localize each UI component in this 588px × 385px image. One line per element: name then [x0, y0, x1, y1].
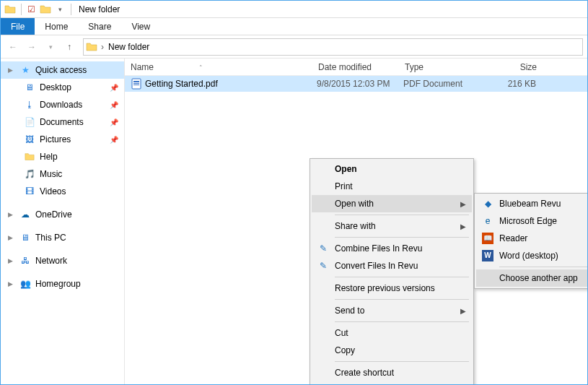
sidebar-item-quick-access[interactable]: ▶ ★ Quick access	[1, 61, 124, 79]
svg-rect-2	[133, 83, 139, 84]
homegroup-icon: 👥	[19, 278, 31, 290]
ribbon: File Home Share View	[1, 18, 587, 35]
music-icon: 🎵	[24, 168, 35, 180]
pictures-icon: 🖼	[24, 134, 35, 145]
titlebar: ☑ ▾ New folder	[1, 1, 587, 18]
file-date: 9/8/2015 12:03 PM	[311, 79, 398, 89]
menu-print[interactable]: Print	[312, 178, 472, 195]
folder-icon	[85, 40, 98, 53]
cloud-icon: ☁	[19, 209, 31, 220]
pc-icon: 🖥	[19, 232, 31, 243]
sidebar-item-label: Videos	[40, 186, 66, 196]
tab-view[interactable]: View	[121, 18, 160, 35]
forward-button[interactable]: →	[24, 39, 40, 55]
menu-open-with[interactable]: Open with▶	[312, 195, 472, 212]
sidebar-item-pictures[interactable]: 🖼 Pictures 📌	[1, 131, 124, 148]
separator	[335, 237, 469, 238]
reader-icon: 📖	[482, 233, 493, 244]
star-icon: ★	[19, 64, 31, 76]
menu-send-to[interactable]: Send to▶	[312, 302, 472, 319]
chevron-right-icon[interactable]: ›	[100, 42, 105, 52]
check-icon[interactable]: ☑	[25, 3, 38, 16]
openwith-reader[interactable]: 📖 Reader	[476, 230, 588, 247]
pin-icon: 📌	[110, 101, 118, 109]
column-date[interactable]: Date modified	[312, 62, 399, 72]
desktop-icon: 🖥	[24, 82, 35, 93]
address-bar[interactable]: › New folder	[83, 38, 583, 56]
pin-icon: 📌	[110, 118, 118, 126]
openwith-word[interactable]: W Word (desktop)	[476, 247, 588, 264]
folder-small-icon[interactable]	[39, 3, 52, 16]
chevron-right-icon: ▶	[460, 200, 466, 208]
sidebar-item-label: Help	[40, 152, 58, 162]
menu-open[interactable]: Open	[312, 160, 472, 178]
menu-share-with[interactable]: Share with▶	[312, 217, 472, 235]
up-button[interactable]: ↑	[61, 39, 77, 55]
videos-icon: 🎞	[24, 186, 35, 197]
menu-cut[interactable]: Cut	[312, 324, 472, 342]
chevron-right-icon: ▶	[8, 257, 15, 264]
sidebar-item-label: OneDrive	[35, 209, 72, 220]
chevron-right-icon: ▶	[460, 222, 466, 230]
file-row[interactable]: Getting Started.pdf 9/8/2015 12:03 PM PD…	[125, 76, 587, 92]
file-list: Name ˄ Date modified Type Size Getting S…	[125, 59, 587, 384]
sidebar-item-label: Quick access	[35, 65, 87, 75]
recent-dropdown-icon[interactable]: ▾	[43, 39, 58, 55]
navbar: ← → ▾ ↑ › New folder	[1, 35, 587, 59]
breadcrumb-folder[interactable]: New folder	[105, 42, 152, 52]
chevron-right-icon: ▶	[8, 280, 15, 287]
chevron-right-icon: ▶	[8, 66, 15, 74]
menu-combine-revu[interactable]: ✎ Combine Files In Revu	[312, 240, 472, 257]
separator	[499, 267, 588, 267]
openwith-bluebeam[interactable]: ◆ Bluebeam Revu	[476, 195, 588, 212]
chevron-right-icon: ▶	[8, 211, 15, 218]
sidebar-item-onedrive[interactable]: ▶ ☁ OneDrive	[1, 206, 124, 223]
separator	[335, 321, 469, 322]
chevron-down-icon[interactable]: ▾	[53, 3, 66, 16]
sidebar-item-desktop[interactable]: 🖥 Desktop 📌	[1, 79, 124, 96]
column-headers: Name ˄ Date modified Type Size	[125, 59, 587, 76]
menu-copy[interactable]: Copy	[312, 342, 472, 359]
sidebar-item-videos[interactable]: 🎞 Videos	[1, 183, 124, 200]
window-title: New folder	[79, 4, 120, 14]
sidebar-item-label: Music	[40, 169, 62, 179]
menu-shortcut[interactable]: Create shortcut	[312, 364, 472, 381]
folder-icon	[4, 3, 17, 16]
sidebar-item-label: Desktop	[40, 82, 71, 92]
menu-delete[interactable]: Delete	[312, 381, 472, 385]
network-icon: 🖧	[19, 255, 31, 267]
sidebar-item-documents[interactable]: 📄 Documents 📌	[1, 113, 124, 131]
word-icon: W	[482, 250, 493, 261]
back-button[interactable]: ←	[5, 39, 21, 55]
file-type: PDF Document	[398, 79, 491, 89]
svg-rect-1	[133, 81, 139, 82]
tab-file[interactable]: File	[1, 18, 35, 35]
documents-icon: 📄	[24, 116, 35, 128]
tab-share[interactable]: Share	[78, 18, 121, 35]
separator	[335, 361, 469, 362]
column-type[interactable]: Type	[399, 62, 493, 72]
pin-icon: 📌	[110, 136, 118, 144]
folder-icon	[24, 151, 35, 163]
column-name[interactable]: Name ˄	[125, 62, 312, 72]
sidebar-item-help[interactable]: Help	[1, 148, 124, 165]
menu-restore[interactable]: Restore previous versions	[312, 280, 472, 297]
openwith-choose[interactable]: Choose another app	[476, 269, 588, 287]
sidebar-item-label: Network	[35, 256, 67, 266]
separator	[71, 4, 71, 15]
download-icon: ⭳	[24, 99, 35, 111]
column-size[interactable]: Size	[493, 62, 543, 72]
sidebar-item-homegroup[interactable]: ▶ 👥 Homegroup	[1, 275, 124, 293]
sidebar-item-this-pc[interactable]: ▶ 🖥 This PC	[1, 229, 124, 246]
sidebar-item-downloads[interactable]: ⭳ Downloads 📌	[1, 96, 124, 113]
openwith-edge[interactable]: e Microsoft Edge	[476, 212, 588, 230]
menu-convert-revu[interactable]: ✎ Convert Files In Revu	[312, 257, 472, 274]
file-name: Getting Started.pdf	[145, 79, 218, 89]
separator	[21, 4, 22, 15]
revu-icon: ✎	[317, 243, 329, 254]
open-with-submenu: ◆ Bluebeam Revu e Microsoft Edge 📖 Reade…	[474, 193, 588, 289]
tab-home[interactable]: Home	[35, 18, 78, 35]
context-menu: Open Print Open with▶ Share with▶ ✎ Comb…	[310, 158, 474, 385]
sidebar-item-network[interactable]: ▶ 🖧 Network	[1, 252, 124, 269]
sidebar-item-music[interactable]: 🎵 Music	[1, 165, 124, 183]
